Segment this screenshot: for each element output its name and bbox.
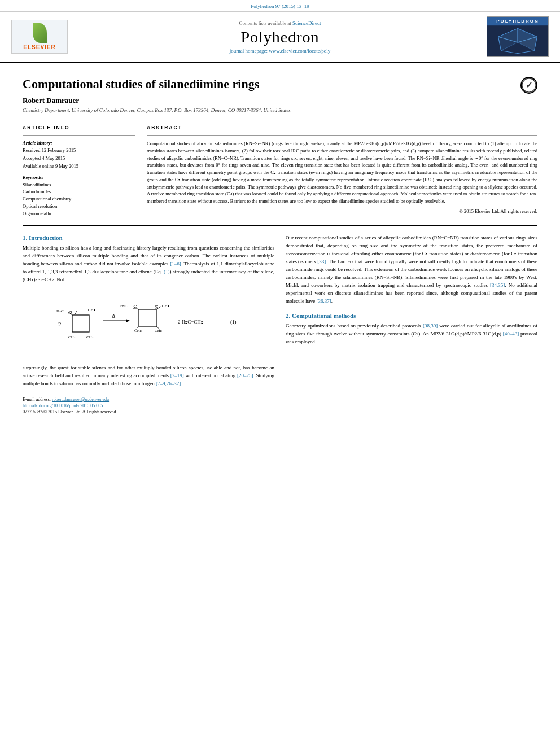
footnote-doi: http://dx.doi.org/10.1016/j.poly.2015.05… <box>23 403 274 409</box>
svg-text:+: + <box>170 317 174 325</box>
history-label: Article history: <box>23 140 135 146</box>
intro-title: Introduction <box>29 234 63 241</box>
article-title: Computational studies of silanediimine r… <box>23 77 291 91</box>
svg-text:H₃C: H₃C <box>120 304 128 308</box>
abstract-copyright: © 2015 Elsevier Ltd. All rights reserved… <box>147 208 537 214</box>
elsevier-leaf-icon <box>33 23 47 43</box>
svg-text:CH₂: CH₂ <box>68 335 76 339</box>
citation-text: Polyhedron 97 (2015) 13–19 <box>251 3 309 9</box>
keyword-2: Carbodiimides <box>23 188 135 195</box>
svg-text:(1): (1) <box>230 319 237 325</box>
cite-34-35[interactable]: [34,35] <box>490 282 505 288</box>
elsevier-logo: ELSEVIER <box>11 20 68 54</box>
crossmark-badge[interactable]: ✓ <box>520 77 537 94</box>
keyword-4: Optical resolution <box>23 203 135 210</box>
comp-methods-heading: 2. Computational methods <box>286 312 537 319</box>
reaction-scheme: 2 Si H₃C CH₃ <box>23 290 274 359</box>
svg-text:CH₂: CH₂ <box>86 335 94 339</box>
svg-text:✓: ✓ <box>526 81 533 90</box>
intro-para1: Multiple bonding to silicon has a long a… <box>23 244 274 284</box>
journal-title-area: Contents lists available at ScienceDirec… <box>79 20 481 54</box>
article-title-block: Computational studies of silanediimine r… <box>23 77 291 113</box>
info-divider <box>23 135 135 136</box>
journal-homepage: journal homepage: www.elsevier.com/locat… <box>79 48 481 54</box>
science-direct-prefix: Contents lists available at <box>239 20 291 26</box>
journal-header: ELSEVIER Contents lists available at Sci… <box>0 12 560 63</box>
cite-38-39[interactable]: [38,39] <box>423 323 438 329</box>
body-content: 1. Introduction Multiple bonding to sili… <box>23 234 537 415</box>
intro-number: 1. <box>23 234 27 241</box>
science-direct-link[interactable]: ScienceDirect <box>292 20 321 26</box>
article-info-col: ARTICLE INFO Article history: Received 1… <box>23 125 135 217</box>
cite-36-37[interactable]: [36,37] <box>316 298 331 304</box>
svg-rect-12 <box>72 315 89 332</box>
cite-7-19[interactable]: [7–19] <box>170 373 184 378</box>
svg-text:Si: Si <box>68 311 72 316</box>
doi-link[interactable]: http://dx.doi.org/10.1016/j.poly.2015.05… <box>23 403 103 408</box>
polyhedron-svg <box>487 25 548 56</box>
elsevier-text: ELSEVIER <box>23 44 55 50</box>
comp-methods-para1: Geometry optimizations based on previous… <box>286 322 537 346</box>
main-content: Computational studies of silanediimine r… <box>0 63 560 421</box>
email-label: E-mail address: <box>23 397 51 402</box>
body-col-right: Our recent computational studies of a se… <box>286 234 537 415</box>
abstract-text: Computational studies of alicyclic silan… <box>147 140 537 205</box>
cite-1-6[interactable]: [1–6] <box>170 261 181 267</box>
comp-title: Computational methods <box>292 312 356 319</box>
polyhedron-logo-area: POLYHEDRON <box>481 16 549 57</box>
abstract-col: ABSTRACT Computational studies of alicyc… <box>147 125 537 217</box>
intro-para2: surprisingly, the quest for stable silen… <box>23 364 274 388</box>
keyword-1: Silanediimines <box>23 181 135 189</box>
page: Polyhedron 97 (2015) 13–19 ELSEVIER Cont… <box>0 0 560 747</box>
journal-name: Polyhedron <box>79 28 481 46</box>
cite-20-25[interactable]: [20–25] <box>237 373 253 378</box>
polyhedron-logo-image <box>487 25 548 56</box>
svg-text:CH₃: CH₃ <box>88 308 95 312</box>
footnote-email: E-mail address: robert.damrauer@ucdenver… <box>23 396 274 403</box>
footnote-area: E-mail address: robert.damrauer@ucdenver… <box>23 394 274 416</box>
section-divider-1 <box>23 225 537 226</box>
received-date: Received 12 February 2015 <box>23 147 135 154</box>
footnote-issn: 0277-5387/© 2015 Elsevier Ltd. All right… <box>23 409 274 415</box>
abstract-divider <box>147 135 537 136</box>
science-direct-line: Contents lists available at ScienceDirec… <box>79 20 481 26</box>
right-intro-para1: Our recent computational studies of a se… <box>286 234 537 305</box>
polyhedron-logo-header: POLYHEDRON <box>487 17 548 25</box>
polyhedron-logo-box: POLYHEDRON <box>487 16 549 57</box>
comp-number: 2. <box>286 312 290 319</box>
svg-line-17 <box>75 311 77 315</box>
article-info-label: ARTICLE INFO <box>23 125 135 130</box>
cite-eq1[interactable]: (1) <box>164 269 170 274</box>
svg-text:H₃C: H₃C <box>56 309 64 313</box>
abstract-label: ABSTRACT <box>147 125 537 130</box>
intro-heading: 1. Introduction <box>23 234 274 241</box>
cite-7-9-26-32[interactable]: [7–9,26–32] <box>156 381 181 386</box>
body-col-left: 1. Introduction Multiple bonding to sili… <box>23 234 274 415</box>
keyword-3: Computational chemistry <box>23 195 135 203</box>
top-bar: Polyhedron 97 (2015) 13–19 <box>0 0 560 12</box>
article-info-abstract: ARTICLE INFO Article history: Received 1… <box>23 125 537 217</box>
elsevier-logo-area: ELSEVIER <box>11 20 79 54</box>
svg-text:CH₃: CH₃ <box>155 329 162 333</box>
keyword-5: Organometallic <box>23 210 135 217</box>
svg-rect-23 <box>138 309 156 326</box>
article-affiliation: Chemistry Department, University of Colo… <box>23 107 291 113</box>
svg-text:2: 2 <box>58 321 62 327</box>
article-author: Robert Damrauer <box>23 96 291 105</box>
svg-text:Δ: Δ <box>112 313 116 319</box>
svg-text:2 H₂C=CH₂: 2 H₂C=CH₂ <box>178 319 203 325</box>
svg-text:CH₃: CH₃ <box>162 304 169 308</box>
available-date: Available online 9 May 2015 <box>23 163 135 170</box>
reaction-svg: 2 Si H₃C CH₃ <box>53 292 244 355</box>
article-title-section: Computational studies of silanediimine r… <box>23 68 537 119</box>
svg-marker-21 <box>126 319 130 322</box>
article-title-row: Computational studies of silanediimine r… <box>23 77 537 113</box>
email-link[interactable]: robert.damrauer@ucdenver.edu <box>52 397 109 402</box>
cite-33[interactable]: [33] <box>317 259 326 264</box>
cite-40-43[interactable]: [40–43] <box>503 331 519 337</box>
accepted-date: Accepted 4 May 2015 <box>23 155 135 162</box>
svg-text:CH₃: CH₃ <box>134 329 142 333</box>
keywords-label: Keywords: <box>23 174 135 180</box>
